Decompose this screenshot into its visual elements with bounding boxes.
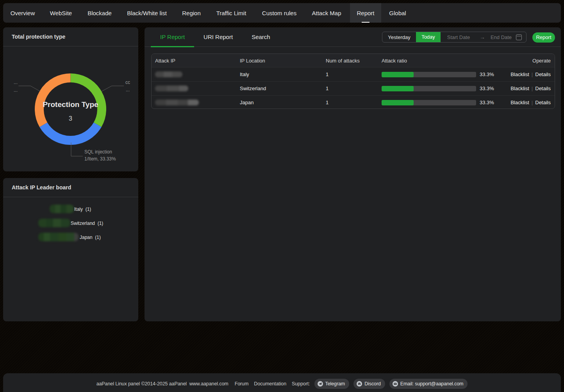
- svg-text:3: 3: [69, 115, 72, 122]
- svg-text:Protection Type: Protection Type: [43, 100, 98, 109]
- svg-text:cc: cc: [125, 80, 130, 85]
- svg-text:...: ...: [14, 87, 18, 93]
- svg-text:SQL injection: SQL injection: [84, 149, 112, 155]
- svg-text:1/Item, 33.33%: 1/Item, 33.33%: [84, 156, 116, 162]
- svg-text:...: ...: [126, 87, 130, 93]
- svg-text:...: ...: [14, 80, 18, 85]
